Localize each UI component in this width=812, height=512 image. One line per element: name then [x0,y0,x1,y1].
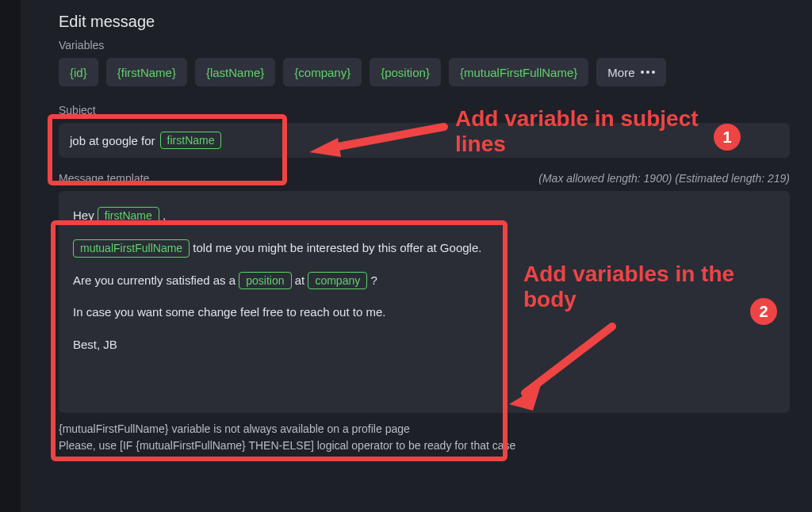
token-mutual-first-full-name[interactable]: mutualFirstFullName [73,239,190,258]
message-line-2: mutualFirstFullName told me you might be… [73,239,776,258]
edit-message-panel: Edit message Variables {id} {firstName} … [21,0,812,512]
message-body-editor[interactable]: Hey firstName , mutualFirstFullName told… [59,191,790,413]
message-header: Message template (Max allowed length: 19… [59,172,790,185]
panel-title: Edit message [59,13,790,31]
variable-chip-company[interactable]: {company} [283,58,362,86]
more-variables-button[interactable]: More [596,58,666,86]
msg-text: Are you currently satisfied as a [73,273,236,287]
subject-token-first-name[interactable]: firstName [160,132,222,150]
msg-text: told me you might be interested by this … [193,241,481,254]
token-first-name[interactable]: firstName [98,207,159,225]
subject-block: Subject job at google for firstName [59,104,790,158]
footnote-line-1: {mutualFirstFullName} variable is not al… [59,421,790,437]
variable-chip-last-name[interactable]: {lastName} [195,58,275,86]
message-line-5: Best, JB [73,336,776,354]
message-line-1: Hey firstName , [73,207,776,225]
msg-text: at [295,273,305,287]
token-company[interactable]: company [308,272,367,290]
subject-label: Subject [59,104,790,117]
variable-chips-row: {id} {firstName} {lastName} {company} {p… [59,58,790,86]
more-dots-icon [641,71,655,74]
message-template-label: Message template [59,172,149,185]
variable-chip-id[interactable]: {id} [59,58,98,86]
left-gutter [0,0,21,512]
subject-input[interactable]: job at google for firstName [59,123,790,158]
more-label: More [607,66,634,79]
message-line-3: Are you currently satisfied as a positio… [73,272,776,290]
variable-chip-position[interactable]: {position} [370,58,441,86]
msg-text: ? [370,273,377,287]
variables-label: Variables [59,39,790,52]
variable-chip-mutual-first-full-name[interactable]: {mutualFirstFullName} [449,58,588,86]
message-length-meta: (Max allowed length: 1900) (Estimated le… [538,172,790,185]
message-line-4: In case you want some change feel free t… [73,304,776,322]
token-position[interactable]: position [239,272,291,290]
msg-text: Hey [73,208,94,222]
subject-text: job at google for [70,134,155,147]
footnote-line-2: Please, use [IF {mutualFirstFullName} TH… [59,437,790,454]
variable-chip-first-name[interactable]: {firstName} [106,58,187,86]
footnote: {mutualFirstFullName} variable is not al… [59,421,790,454]
msg-text: , [163,208,166,222]
